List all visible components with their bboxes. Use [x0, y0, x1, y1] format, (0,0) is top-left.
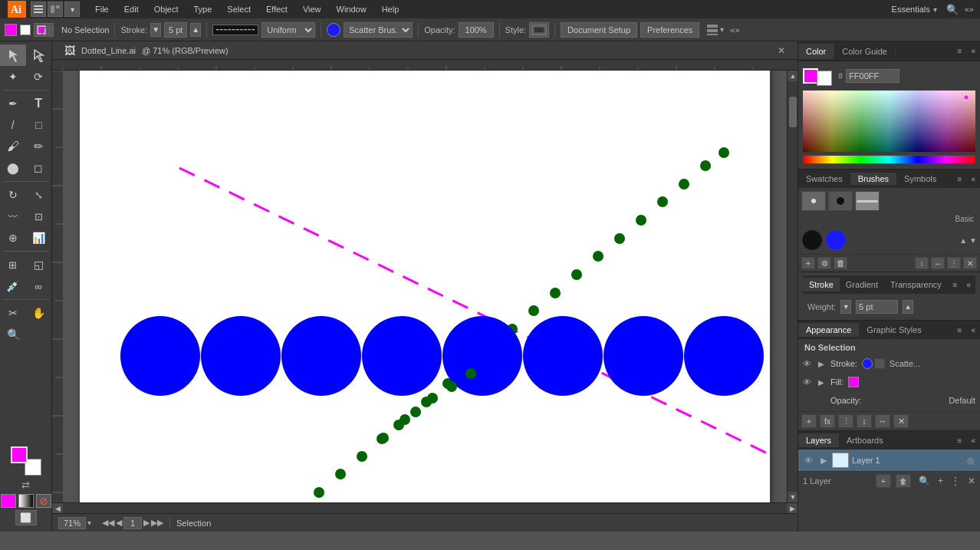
tab-symbols[interactable]: Symbols [896, 173, 944, 185]
paintbrush-tool-btn[interactable]: 🖌 [0, 136, 26, 157]
tab-gradient[interactable]: Gradient [840, 278, 884, 291]
zoom-tool-btn[interactable]: 🔍 [0, 324, 26, 345]
lasso-tool-btn[interactable]: ⟳ [26, 66, 52, 87]
menu-item-help[interactable]: Help [376, 3, 406, 15]
layer-visibility-icon[interactable]: 👁 [801, 456, 815, 465]
essentials-dropdown-icon[interactable]: ▾ [933, 5, 937, 14]
free-transform-btn[interactable]: ⊡ [26, 206, 52, 227]
new-brush-icon[interactable]: + [801, 257, 815, 269]
stroke-swatch-cs[interactable] [817, 71, 832, 86]
appearance-delete-icon[interactable]: ✕ [893, 414, 909, 428]
stroke-decrement-btn[interactable]: ▼ [150, 23, 161, 37]
tab-color-guide[interactable]: Color Guide [834, 44, 896, 59]
menu-item-object[interactable]: Object [148, 3, 185, 15]
stroke-collapse-icon[interactable]: « [962, 281, 975, 289]
page-prev-icon[interactable]: ◀ [116, 518, 122, 528]
new-layer-btn[interactable]: + [876, 474, 891, 488]
scale-tool-btn[interactable]: ⤡ [26, 184, 52, 206]
brush-blue-dot[interactable] [825, 229, 847, 251]
brushes-more-btn[interactable]: ⋮ [947, 257, 961, 269]
tab-transparency[interactable]: Transparency [884, 278, 948, 291]
appearance-reduce-icon[interactable]: ↔ [875, 414, 890, 428]
tab-swatches[interactable]: Swatches [798, 173, 850, 185]
brush-options-icon[interactable]: ⚙ [817, 257, 831, 269]
stroke-color-swatch[interactable] [20, 25, 31, 35]
delete-layer-btn[interactable]: 🗑 [896, 474, 911, 488]
appearance-fx-icon[interactable]: fx [820, 414, 835, 428]
page-next-icon[interactable]: ▶ [143, 518, 150, 528]
stroke-options-icon[interactable]: ≡ [949, 281, 962, 289]
collapse-panels-icon[interactable]: «» [965, 5, 974, 14]
mesh-tool-btn[interactable]: ⊞ [0, 254, 26, 275]
panel-collapse-icon[interactable]: « [966, 47, 980, 55]
menu-item-window[interactable]: Window [331, 3, 373, 15]
stroke-type-select[interactable]: Uniform [261, 22, 315, 38]
eye-visibility-icon-stroke[interactable]: 👁 [803, 359, 815, 368]
layer-target-icon[interactable]: ◎ [965, 456, 977, 466]
eye-visibility-icon-fill[interactable]: 👁 [803, 377, 815, 387]
swap-colors-icon[interactable]: ⇄ [19, 478, 33, 492]
none-fill-icon[interactable]: ⊘ [36, 494, 51, 508]
scissors-tool-btn[interactable]: ✂ [0, 302, 26, 324]
menu-item-view[interactable]: View [297, 3, 327, 15]
document-tab[interactable]: 🖼 Dotted_Line.ai @ 71% (RGB/Preview) ✕ [52, 41, 797, 60]
layers-options-icon[interactable]: ≡ [953, 436, 967, 445]
screen-mode-icon[interactable]: ⬜ [15, 510, 37, 525]
page-first-icon[interactable]: ◀◀ [102, 518, 114, 528]
tab-stroke[interactable]: Stroke [803, 278, 840, 291]
gradient-tool-btn[interactable]: ◱ [26, 254, 52, 275]
menu-item-type[interactable]: Type [188, 3, 219, 15]
tab-artboards[interactable]: Artboards [839, 433, 891, 447]
hand-tool-btn[interactable]: ✋ [26, 302, 52, 324]
tab-graphic-styles[interactable]: Graphic Styles [859, 323, 929, 337]
style-box[interactable] [529, 22, 549, 38]
warp-tool-btn[interactable]: 〰 [0, 206, 26, 227]
workspace-toggle-icon[interactable]: «» [730, 25, 739, 35]
appearance-opacity-row[interactable]: 👁 ▶ Opacity: Default [800, 391, 978, 410]
hscroll-left-arrow[interactable]: ◀ [52, 503, 63, 514]
blob-brush-tool-btn[interactable]: ⬤ [0, 157, 26, 179]
direct-selection-tool-btn[interactable] [26, 44, 52, 66]
horizontal-scrollbar[interactable]: ◀ ▶ [52, 502, 797, 513]
menu-item-select[interactable]: Select [221, 3, 257, 15]
scroll-up-arrow[interactable]: ▲ [788, 71, 797, 81]
brushes-collapse-btn[interactable]: ↔ [931, 257, 945, 269]
pencil-tool-btn[interactable]: ✏ [26, 136, 52, 157]
menu-item-file[interactable]: File [89, 3, 115, 15]
line-tool-btn[interactable]: / [0, 114, 26, 136]
eraser-tool-btn[interactable]: ◻ [26, 157, 52, 179]
fill-color-mini[interactable] [848, 377, 859, 387]
fill-swatch-cs[interactable] [803, 68, 818, 84]
zoom-dropdown-icon[interactable]: ▾ [87, 519, 91, 527]
preferences-button[interactable]: Preferences [640, 22, 699, 38]
tab-color[interactable]: Color [798, 44, 834, 59]
weight-decrement-btn[interactable]: ▼ [840, 300, 851, 314]
foreground-color-box[interactable] [11, 446, 28, 463]
hue-slider[interactable] [803, 155, 975, 164]
column-graph-btn[interactable]: 📊 [26, 227, 52, 249]
weight-input[interactable] [856, 300, 898, 314]
appearance-stroke-row[interactable]: 👁 ▶ Stroke: Scatte... [800, 354, 978, 373]
appearance-more-icon[interactable]: ⋮ [838, 414, 853, 428]
layer-row-1[interactable]: 👁 ▶ Layer 1 ◎ [798, 450, 980, 471]
arrange-icon[interactable]: ▾ [705, 23, 724, 37]
layer-lock-icon[interactable]: ▶ [818, 456, 829, 466]
layers-add-icon[interactable]: + [938, 476, 943, 486]
window-menu-icon[interactable] [31, 2, 46, 17]
zoom-input[interactable] [58, 517, 86, 529]
rect-tool-btn[interactable]: □ [26, 114, 52, 136]
eyedropper-tool-btn[interactable]: 💉 [0, 275, 26, 297]
brushes-scroll-up[interactable]: ▲ [959, 236, 967, 245]
hscroll-right-arrow[interactable]: ▶ [787, 503, 797, 514]
scroll-down-arrow[interactable]: ▼ [788, 492, 797, 502]
brush-item-3[interactable] [855, 191, 880, 211]
swatches-options-icon[interactable]: ≡ [953, 175, 967, 183]
gradient-fill-icon[interactable] [18, 494, 34, 508]
vertical-scrollbar[interactable]: ▲ ▼ [787, 71, 797, 502]
rotate-tool-btn[interactable]: ↻ [0, 184, 26, 206]
type-tool-btn[interactable]: T [26, 93, 52, 114]
pen-tool-btn[interactable]: ✒ [0, 93, 26, 114]
brushes-scroll-down[interactable]: ▼ [969, 236, 977, 245]
canvas-scroll-area[interactable] [63, 71, 787, 502]
appearance-expand-icon[interactable]: ↕ [857, 414, 872, 428]
